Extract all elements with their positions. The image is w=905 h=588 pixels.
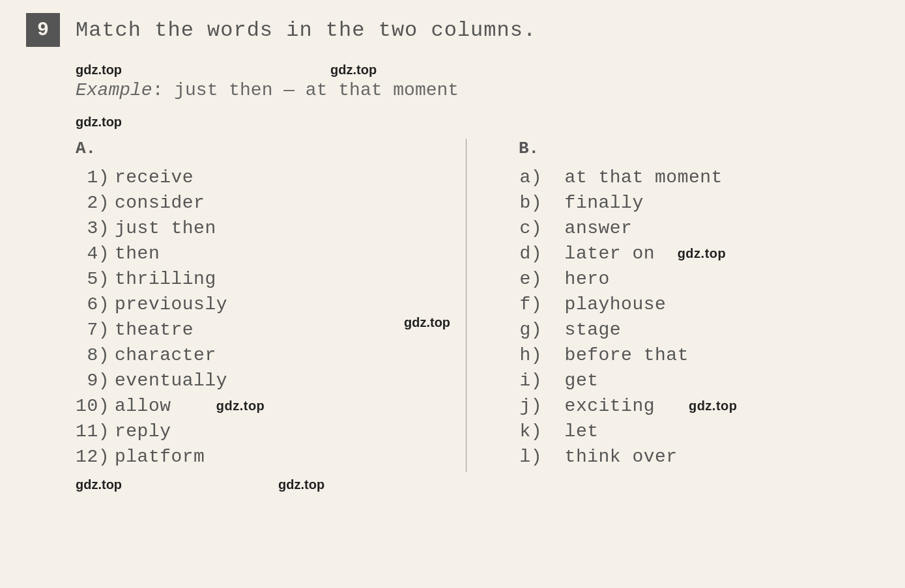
watermark-2: gdz.top bbox=[330, 63, 377, 77]
watermark-4: gdz.top bbox=[216, 399, 265, 413]
exercise-number: 9 bbox=[26, 13, 60, 47]
list-item: 5)thrilling bbox=[76, 269, 446, 289]
watermark-5: gdz.top bbox=[678, 246, 726, 260]
exercise-instruction: Match the words in the two columns. bbox=[76, 13, 536, 42]
example-label: Example bbox=[76, 80, 152, 100]
watermark-mid: gdz.top bbox=[404, 315, 450, 329]
exercise-container: 9 Match the words in the two columns. gd… bbox=[26, 13, 879, 492]
list-item: 4)then bbox=[76, 244, 446, 264]
column-b-header: B. bbox=[519, 139, 879, 158]
b-list-item: g) stage bbox=[519, 320, 879, 340]
b-list-item: i) get bbox=[519, 371, 879, 391]
list-item: 6)previously bbox=[76, 294, 446, 315]
example-line: Example: just then — at that moment bbox=[76, 80, 879, 100]
b-list-item: a) at that moment bbox=[519, 167, 879, 188]
b-list-item: h) before that bbox=[519, 345, 879, 365]
watermark-3: gdz.top bbox=[76, 115, 122, 129]
b-list-item: b) finally bbox=[519, 193, 879, 213]
list-item: 11)reply bbox=[76, 421, 446, 441]
b-list-item: j) exciting gdz.top bbox=[519, 396, 879, 416]
example-text: : just then — at that moment bbox=[152, 80, 459, 100]
list-item: 3)just then bbox=[76, 218, 446, 238]
b-list-item: f) playhouse bbox=[519, 294, 879, 315]
list-item: 2)consider bbox=[76, 193, 446, 213]
exercise-header: 9 Match the words in the two columns. bbox=[26, 13, 879, 47]
list-item: 10)allow gdz.top bbox=[76, 396, 446, 416]
column-b: B. gdz.top a) at that moment b) finally … bbox=[467, 139, 879, 472]
column-a: A. 1)receive 2)consider 3)just then 4)th… bbox=[76, 139, 467, 472]
list-item: 8)character bbox=[76, 345, 446, 365]
watermark-1: gdz.top bbox=[76, 63, 122, 77]
b-list-item: c) answer bbox=[519, 218, 879, 238]
watermark-6: gdz.top bbox=[689, 399, 738, 413]
list-item: 12)platform bbox=[76, 447, 446, 467]
b-list-item: l) think over bbox=[519, 447, 879, 467]
b-list-item: k) let bbox=[519, 421, 879, 441]
watermark-bottom-2: gdz.top bbox=[278, 477, 324, 492]
columns-container: A. 1)receive 2)consider 3)just then 4)th… bbox=[76, 139, 879, 472]
list-item: 9)eventually bbox=[76, 371, 446, 391]
list-item: 7)theatre bbox=[76, 320, 446, 340]
b-list-item: e) hero bbox=[519, 269, 879, 289]
column-a-header: A. bbox=[76, 139, 446, 158]
b-list-item: d) later on gdz.top bbox=[519, 244, 879, 264]
list-item: 1)receive bbox=[76, 167, 446, 188]
watermark-bottom-1: gdz.top bbox=[76, 477, 122, 492]
